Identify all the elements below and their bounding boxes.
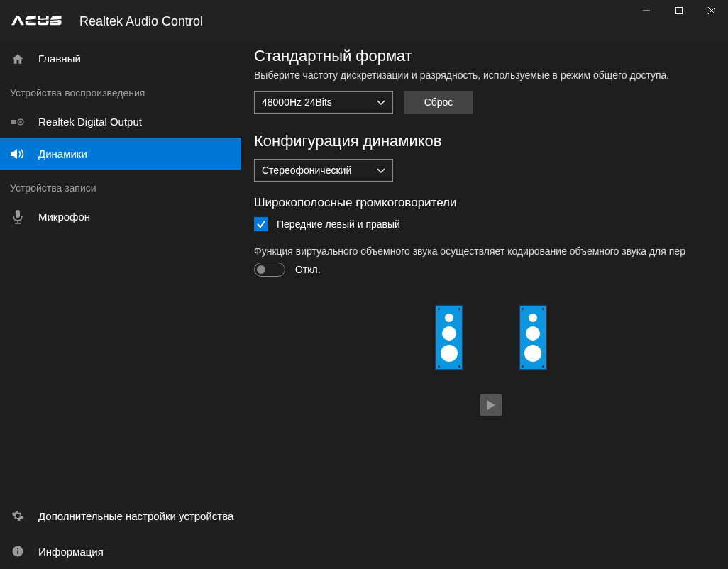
digital-output-icon [10,117,26,127]
asus-logo [11,16,62,27]
main-content: Стандартный формат Выберите частоту диск… [241,43,728,569]
sidebar-item-info[interactable]: Информация [0,534,241,569]
svg-rect-11 [17,551,18,554]
app-title: Realtek Audio Control [79,14,203,29]
speaker-icon [10,148,26,160]
config-select[interactable]: Стереофонический [254,159,393,182]
sidebar-item-label: Информация [38,546,104,558]
titlebar: Realtek Audio Control [0,0,728,43]
minimize-button[interactable] [630,0,663,21]
maximize-button[interactable] [663,0,695,21]
home-icon [10,53,26,65]
gear-icon [10,509,26,522]
sidebar-item-label: Realtek Digital Output [38,116,142,128]
right-speaker-icon[interactable] [519,305,547,370]
default-format-desc: Выберите частоту дискретизации и разрядн… [254,70,728,81]
sidebar-section-record: Устройства записи [0,170,241,201]
toggle-label: Откл. [295,264,321,275]
left-speaker-icon[interactable] [435,305,463,370]
svg-point-6 [20,121,22,123]
sidebar-item-microphone[interactable]: Микрофон [0,201,241,233]
format-select-value: 48000Hz 24Bits [262,96,332,108]
sidebar-item-label: Динамики [38,148,87,160]
config-select-value: Стереофонический [262,165,351,176]
front-lr-label: Передние левый и правый [277,219,400,230]
sidebar-item-main[interactable]: Главный [0,43,241,74]
sidebar-section-playback: Устройства воспроизведения [0,74,241,106]
sidebar-item-digital-output[interactable]: Realtek Digital Output [0,106,241,138]
format-select[interactable]: 48000Hz 24Bits [254,91,393,114]
virtual-surround-toggle[interactable] [254,263,285,277]
play-button[interactable] [480,394,502,416]
reset-button-label: Сброс [424,96,453,108]
sidebar-item-label: Главный [38,53,81,65]
close-button[interactable] [695,0,728,21]
sidebar-item-speakers[interactable]: Динамики [0,138,241,170]
svg-rect-12 [17,548,18,550]
svg-rect-7 [16,210,20,218]
svg-rect-4 [11,120,16,124]
virtual-surround-desc: Функция виртуального объемного звука осу… [254,245,728,257]
chevron-down-icon [377,165,385,176]
sidebar: Главный Устройства воспроизведения Realt… [0,43,241,569]
chevron-down-icon [377,96,385,108]
speaker-visualization [254,305,728,370]
svg-rect-1 [676,8,683,14]
sidebar-item-label: Микрофон [38,211,90,223]
microphone-icon [10,210,26,224]
sidebar-item-advanced[interactable]: Дополнительные настройки устройства [0,498,241,534]
default-format-heading: Стандартный формат [254,47,728,65]
fullrange-heading: Широкополосные громкоговорители [254,196,728,210]
sidebar-item-label: Дополнительные настройки устройства [38,510,233,522]
info-icon [10,545,26,558]
speaker-config-heading: Конфигурация динамиков [254,132,728,150]
front-lr-checkbox[interactable] [254,217,268,231]
reset-button[interactable]: Сброс [404,91,473,114]
